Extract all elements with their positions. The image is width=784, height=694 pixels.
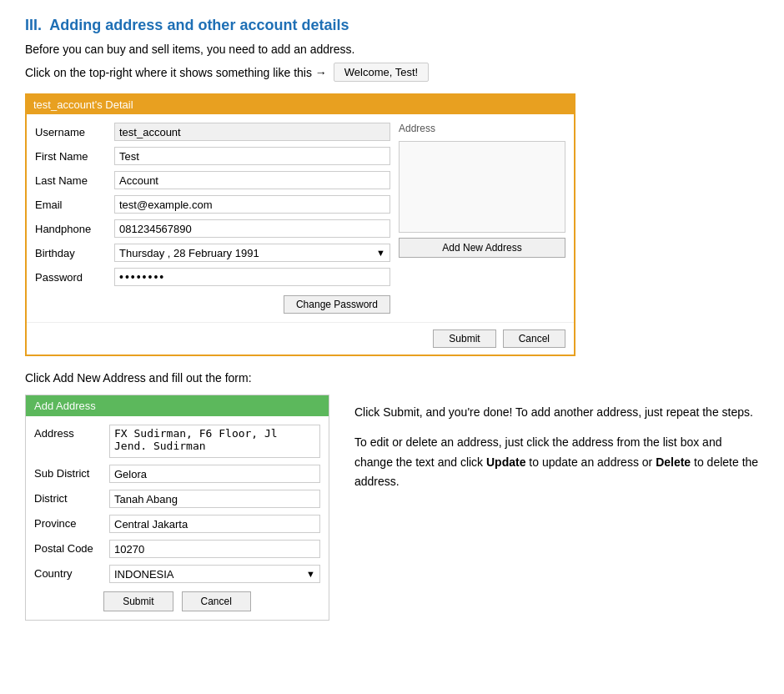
- username-value: test_account: [114, 123, 390, 141]
- firstname-row: First Name: [35, 147, 390, 165]
- addr-district-label: District: [34, 490, 109, 505]
- right-text-area: Click Submit, and you're done! To add an…: [354, 395, 759, 621]
- delete-text: Delete: [656, 455, 691, 469]
- right-para2: To edit or delete an address, just click…: [354, 433, 759, 492]
- addr-address-label: Address: [34, 425, 109, 440]
- addr-province-row: Province: [34, 515, 320, 533]
- account-detail-panel: test_account's Detail Username test_acco…: [25, 93, 575, 356]
- address-textarea[interactable]: [399, 141, 565, 233]
- change-password-button[interactable]: Change Password: [284, 295, 390, 314]
- account-cancel-button[interactable]: Cancel: [503, 329, 565, 348]
- right-para1: Click Submit, and you're done! To add an…: [354, 403, 759, 423]
- addr-submit-button[interactable]: Submit: [103, 591, 173, 611]
- address-box: Address Add New Address: [399, 123, 565, 314]
- password-dots: ••••••••: [119, 270, 165, 284]
- add-address-title: Add Address: [26, 395, 329, 416]
- country-chevron-icon: ▼: [306, 569, 315, 579]
- addr-postalcode-row: Postal Code: [34, 540, 320, 558]
- addr-country-row: Country INDONESIA ▼: [34, 565, 320, 583]
- addr-subdistrict-label: Sub District: [34, 465, 109, 480]
- intro-line2: Click on the top-right where it shows so…: [25, 63, 759, 82]
- email-row: Email: [35, 195, 390, 214]
- account-fields: Username test_account First Name Last Na…: [35, 123, 390, 314]
- addr-province-label: Province: [34, 515, 109, 530]
- lastname-input[interactable]: [114, 171, 390, 189]
- account-submit-button[interactable]: Submit: [433, 329, 495, 348]
- addr-district-input[interactable]: [109, 490, 320, 508]
- password-value: ••••••••: [114, 268, 390, 286]
- add-address-panel: Add Address Address FX Sudirman, F6 Floo…: [25, 395, 329, 621]
- welcome-button[interactable]: Welcome, Test!: [334, 63, 429, 82]
- lastname-row: Last Name: [35, 171, 390, 189]
- intro-line1: Before you can buy and sell items, you n…: [25, 43, 759, 56]
- address-section-label: Address: [399, 123, 565, 134]
- lastname-label: Last Name: [35, 174, 114, 187]
- add-address-body: Address FX Sudirman, F6 Floor, Jl Jend. …: [26, 416, 329, 620]
- add-new-address-button[interactable]: Add New Address: [399, 238, 565, 258]
- addr-subdistrict-row: Sub District: [34, 465, 320, 483]
- add-address-buttons: Submit Cancel: [34, 591, 320, 611]
- birthday-label: Birthday: [35, 247, 114, 259]
- add-address-instruction: Click Add New Address and fill out the f…: [25, 371, 759, 385]
- addr-province-input[interactable]: [109, 515, 320, 533]
- email-input[interactable]: [114, 195, 390, 214]
- account-bottom-buttons: Submit Cancel: [27, 322, 574, 355]
- addr-country-label: Country: [34, 565, 109, 580]
- birthday-dropdown[interactable]: Thursday , 28 February 1991 ▼: [114, 244, 390, 262]
- handphone-row: Handphone: [35, 219, 390, 238]
- handphone-input[interactable]: [114, 219, 390, 238]
- birthday-row: Birthday Thursday , 28 February 1991 ▼: [35, 244, 390, 262]
- change-pw-row: Change Password: [35, 292, 390, 314]
- add-address-section: Add Address Address FX Sudirman, F6 Floo…: [25, 395, 759, 621]
- right-para2-mid: to update an address or: [525, 455, 656, 469]
- email-label: Email: [35, 199, 114, 211]
- addr-postalcode-input[interactable]: [109, 540, 320, 558]
- addr-subdistrict-input[interactable]: [109, 465, 320, 483]
- addr-cancel-button[interactable]: Cancel: [182, 591, 251, 611]
- username-label: Username: [35, 126, 114, 138]
- addr-postalcode-label: Postal Code: [34, 540, 109, 555]
- addr-district-row: District: [34, 490, 320, 508]
- account-panel-title: test_account's Detail: [27, 95, 574, 114]
- addr-country-select[interactable]: INDONESIA ▼: [109, 565, 320, 583]
- firstname-label: First Name: [35, 150, 114, 163]
- addr-country-value: INDONESIA: [114, 568, 174, 581]
- addr-address-textarea[interactable]: FX Sudirman, F6 Floor, Jl Jend. Sudirman: [109, 425, 320, 458]
- password-label: Password: [35, 271, 114, 284]
- birthday-value: Thursday , 28 February 1991: [119, 247, 259, 259]
- handphone-label: Handphone: [35, 223, 114, 235]
- update-text: Update: [486, 455, 525, 469]
- addr-address-row: Address FX Sudirman, F6 Floor, Jl Jend. …: [34, 425, 320, 458]
- firstname-input[interactable]: [114, 147, 390, 165]
- birthday-chevron-icon: ▼: [376, 248, 385, 258]
- page-heading: III. Adding address and other account de…: [25, 17, 759, 34]
- password-row: Password ••••••••: [35, 268, 390, 286]
- username-row: Username test_account: [35, 123, 390, 141]
